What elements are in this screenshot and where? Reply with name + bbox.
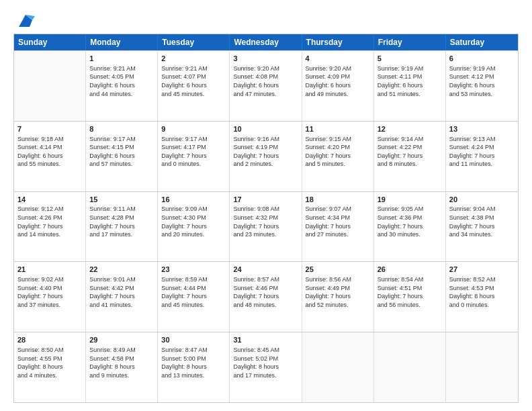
cell-info: Sunrise: 8:50 AMSunset: 4:55 PMDaylight:… xyxy=(17,346,82,379)
calendar-cell: 26Sunrise: 8:54 AMSunset: 4:51 PMDayligh… xyxy=(374,262,446,332)
day-number: 10 xyxy=(233,124,298,134)
calendar-cell: 10Sunrise: 9:16 AMSunset: 4:19 PMDayligh… xyxy=(230,122,302,191)
day-number: 7 xyxy=(17,124,82,134)
calendar-cell: 19Sunrise: 9:05 AMSunset: 4:36 PMDayligh… xyxy=(374,192,446,262)
calendar-cell: 25Sunrise: 8:56 AMSunset: 4:49 PMDayligh… xyxy=(302,262,374,332)
header-cell-saturday: Saturday xyxy=(446,34,518,50)
calendar-cell: 7Sunrise: 9:18 AMSunset: 4:14 PMDaylight… xyxy=(14,122,86,191)
calendar-cell: 29Sunrise: 8:49 AMSunset: 4:58 PMDayligh… xyxy=(86,332,158,402)
day-number: 24 xyxy=(233,265,298,275)
calendar-row-1: 7Sunrise: 9:18 AMSunset: 4:14 PMDaylight… xyxy=(14,121,518,191)
calendar-cell: 31Sunrise: 8:45 AMSunset: 5:02 PMDayligh… xyxy=(230,332,302,402)
calendar-row-2: 14Sunrise: 9:12 AMSunset: 4:26 PMDayligh… xyxy=(14,191,518,262)
cell-info: Sunrise: 8:57 AMSunset: 4:46 PMDaylight:… xyxy=(233,275,298,309)
cell-info: Sunrise: 8:54 AMSunset: 4:51 PMDaylight:… xyxy=(378,275,442,309)
calendar-cell: 20Sunrise: 9:04 AMSunset: 4:38 PMDayligh… xyxy=(446,192,518,262)
day-number: 4 xyxy=(306,54,370,64)
calendar-cell: 14Sunrise: 9:12 AMSunset: 4:26 PMDayligh… xyxy=(14,192,86,262)
calendar-cell: 24Sunrise: 8:57 AMSunset: 4:46 PMDayligh… xyxy=(230,262,302,332)
cell-info: Sunrise: 9:07 AMSunset: 4:34 PMDaylight:… xyxy=(306,205,370,238)
day-number: 6 xyxy=(449,54,515,64)
cell-info: Sunrise: 8:45 AMSunset: 5:02 PMDaylight:… xyxy=(233,346,298,379)
cell-info: Sunrise: 9:17 AMSunset: 4:15 PMDaylight:… xyxy=(89,135,154,169)
day-number: 1 xyxy=(89,54,154,64)
cell-info: Sunrise: 9:18 AMSunset: 4:14 PMDaylight:… xyxy=(17,135,82,169)
day-number: 17 xyxy=(233,195,298,205)
cell-info: Sunrise: 9:19 AMSunset: 4:11 PMDaylight:… xyxy=(378,64,442,98)
cell-info: Sunrise: 8:52 AMSunset: 4:53 PMDaylight:… xyxy=(449,275,515,309)
day-number: 25 xyxy=(306,265,370,275)
cell-info: Sunrise: 9:20 AMSunset: 4:09 PMDaylight:… xyxy=(306,64,370,98)
calendar-cell: 18Sunrise: 9:07 AMSunset: 4:34 PMDayligh… xyxy=(302,192,374,262)
calendar-cell: 23Sunrise: 8:59 AMSunset: 4:44 PMDayligh… xyxy=(158,262,230,332)
calendar-cell: 12Sunrise: 9:14 AMSunset: 4:22 PMDayligh… xyxy=(374,122,446,191)
cell-info: Sunrise: 9:21 AMSunset: 4:07 PMDaylight:… xyxy=(161,64,226,98)
day-number: 13 xyxy=(449,124,515,134)
calendar-cell xyxy=(14,51,86,121)
day-number: 11 xyxy=(306,124,370,134)
day-number: 21 xyxy=(17,265,82,275)
day-number: 30 xyxy=(161,335,226,345)
calendar-cell: 2Sunrise: 9:21 AMSunset: 4:07 PMDaylight… xyxy=(158,51,230,121)
cell-info: Sunrise: 8:47 AMSunset: 5:00 PMDaylight:… xyxy=(161,346,226,379)
calendar-cell: 9Sunrise: 9:17 AMSunset: 4:17 PMDaylight… xyxy=(158,122,230,191)
calendar-cell: 1Sunrise: 9:21 AMSunset: 4:05 PMDaylight… xyxy=(86,51,158,121)
cell-info: Sunrise: 9:11 AMSunset: 4:28 PMDaylight:… xyxy=(89,205,154,238)
day-number: 31 xyxy=(233,335,298,345)
calendar-cell: 6Sunrise: 9:19 AMSunset: 4:12 PMDaylight… xyxy=(446,51,518,121)
day-number: 2 xyxy=(161,54,226,64)
cell-info: Sunrise: 9:02 AMSunset: 4:40 PMDaylight:… xyxy=(17,275,82,309)
calendar-cell: 11Sunrise: 9:15 AMSunset: 4:20 PMDayligh… xyxy=(302,122,374,191)
day-number: 19 xyxy=(378,195,442,205)
calendar-cell xyxy=(446,332,518,402)
calendar-cell: 5Sunrise: 9:19 AMSunset: 4:11 PMDaylight… xyxy=(374,51,446,121)
cell-info: Sunrise: 9:21 AMSunset: 4:05 PMDaylight:… xyxy=(89,64,154,98)
cell-info: Sunrise: 8:56 AMSunset: 4:49 PMDaylight:… xyxy=(306,275,370,309)
header-cell-sunday: Sunday xyxy=(14,34,86,50)
day-number: 20 xyxy=(449,195,515,205)
calendar-cell: 28Sunrise: 8:50 AMSunset: 4:55 PMDayligh… xyxy=(14,332,86,402)
cell-info: Sunrise: 9:13 AMSunset: 4:24 PMDaylight:… xyxy=(449,135,515,169)
calendar-cell xyxy=(302,332,374,402)
cell-info: Sunrise: 9:20 AMSunset: 4:08 PMDaylight:… xyxy=(233,64,298,98)
cell-info: Sunrise: 9:17 AMSunset: 4:17 PMDaylight:… xyxy=(161,135,226,169)
cell-info: Sunrise: 8:59 AMSunset: 4:44 PMDaylight:… xyxy=(161,275,226,309)
cell-info: Sunrise: 9:16 AMSunset: 4:19 PMDaylight:… xyxy=(233,135,298,169)
calendar-cell: 3Sunrise: 9:20 AMSunset: 4:08 PMDaylight… xyxy=(230,51,302,121)
calendar-cell: 16Sunrise: 9:09 AMSunset: 4:30 PMDayligh… xyxy=(158,192,230,262)
day-number: 16 xyxy=(161,195,226,205)
calendar-cell: 8Sunrise: 9:17 AMSunset: 4:15 PMDaylight… xyxy=(86,122,158,191)
calendar-cell: 27Sunrise: 8:52 AMSunset: 4:53 PMDayligh… xyxy=(446,262,518,332)
calendar-row-3: 21Sunrise: 9:02 AMSunset: 4:40 PMDayligh… xyxy=(14,261,518,332)
header xyxy=(13,11,519,27)
cell-info: Sunrise: 8:49 AMSunset: 4:58 PMDaylight:… xyxy=(89,346,154,379)
day-number: 26 xyxy=(378,265,442,275)
day-number: 3 xyxy=(233,54,298,64)
day-number: 29 xyxy=(89,335,154,345)
header-cell-friday: Friday xyxy=(374,34,446,50)
cell-info: Sunrise: 9:19 AMSunset: 4:12 PMDaylight:… xyxy=(449,64,515,98)
calendar-cell: 22Sunrise: 9:01 AMSunset: 4:42 PMDayligh… xyxy=(86,262,158,332)
calendar-cell: 15Sunrise: 9:11 AMSunset: 4:28 PMDayligh… xyxy=(86,192,158,262)
page: SundayMondayTuesdayWednesdayThursdayFrid… xyxy=(0,0,532,411)
header-cell-monday: Monday xyxy=(86,34,158,50)
day-number: 23 xyxy=(161,265,226,275)
cell-info: Sunrise: 9:15 AMSunset: 4:20 PMDaylight:… xyxy=(306,135,370,169)
header-cell-tuesday: Tuesday xyxy=(158,34,230,50)
calendar-cell: 13Sunrise: 9:13 AMSunset: 4:24 PMDayligh… xyxy=(446,122,518,191)
cell-info: Sunrise: 9:04 AMSunset: 4:38 PMDaylight:… xyxy=(449,205,515,238)
calendar-row-4: 28Sunrise: 8:50 AMSunset: 4:55 PMDayligh… xyxy=(14,332,518,402)
calendar-row-0: 1Sunrise: 9:21 AMSunset: 4:05 PMDaylight… xyxy=(14,50,518,121)
cell-info: Sunrise: 9:05 AMSunset: 4:36 PMDaylight:… xyxy=(378,205,442,238)
calendar-cell: 17Sunrise: 9:08 AMSunset: 4:32 PMDayligh… xyxy=(230,192,302,262)
day-number: 22 xyxy=(89,265,154,275)
calendar-header: SundayMondayTuesdayWednesdayThursdayFrid… xyxy=(14,34,518,50)
day-number: 27 xyxy=(449,265,515,275)
day-number: 15 xyxy=(89,195,154,205)
calendar-cell xyxy=(374,332,446,402)
header-cell-wednesday: Wednesday xyxy=(230,34,302,50)
calendar-cell: 21Sunrise: 9:02 AMSunset: 4:40 PMDayligh… xyxy=(14,262,86,332)
day-number: 9 xyxy=(161,124,226,134)
logo-icon xyxy=(16,11,35,30)
cell-info: Sunrise: 9:08 AMSunset: 4:32 PMDaylight:… xyxy=(233,205,298,238)
